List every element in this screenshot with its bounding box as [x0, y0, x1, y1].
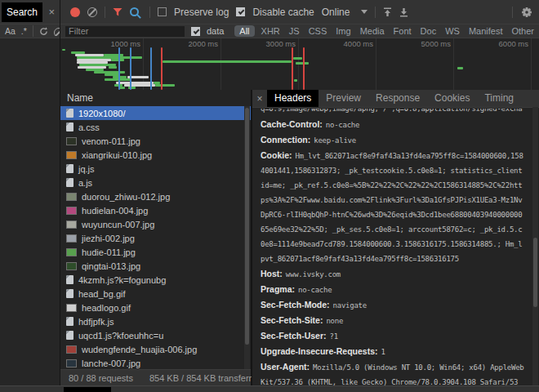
search-sidebar: Search × Aa .* — [0, 0, 60, 385]
request-name: lanche-007.jpg — [82, 359, 140, 368]
request-row[interactable]: 4kzmh.js?k=fogunubg — [60, 273, 251, 287]
close-search-icon[interactable]: × — [48, 6, 55, 18]
tab-preview[interactable]: Preview — [318, 90, 368, 107]
preserve-log-checkbox[interactable] — [158, 7, 167, 16]
request-name: jiezhi-002.jpg — [82, 234, 135, 243]
header-value: ?1 — [330, 332, 338, 341]
match-case-button[interactable]: Aa — [5, 26, 16, 36]
export-har-icon[interactable] — [399, 7, 408, 17]
search-icon[interactable] — [130, 7, 139, 16]
request-row[interactable]: xiangrikui-010.jpg — [60, 148, 251, 162]
request-row[interactable]: hudie-011.jpg — [60, 245, 251, 259]
chevron-down-icon — [361, 10, 368, 14]
network-toolbar: Preserve log Disable cache Online — [60, 0, 539, 24]
request-row[interactable]: head_bg.gif — [60, 287, 251, 301]
request-row[interactable]: headlogo.gif — [60, 301, 251, 314]
divider — [149, 7, 150, 18]
clipped-header-line: q=0.9,image/webp,image/apng,*/*;q=0.8,ap… — [261, 109, 526, 117]
list-scrollbar[interactable] — [244, 106, 250, 369]
filter-pill-all[interactable]: All — [234, 25, 254, 37]
header-name: Upgrade-Insecure-Requests: — [261, 346, 378, 356]
divider — [512, 7, 513, 18]
request-row[interactable]: duorou_zhiwu-012.jpg — [60, 189, 251, 203]
request-row[interactable]: qingtai-013.jpg — [60, 259, 251, 273]
throttling-select[interactable]: Online — [322, 7, 368, 18]
drawer-active-tab[interactable] — [64, 387, 111, 392]
request-row[interactable]: a.js — [60, 176, 251, 189]
header-line: Cookie:Hm_lvt_862071acf8e9faf43a13fd4ea7… — [261, 148, 526, 266]
filter-pill-js[interactable]: JS — [289, 26, 300, 36]
tab-cookies[interactable]: Cookies — [427, 90, 477, 107]
filter-pill-ws[interactable]: WS — [445, 26, 460, 36]
request-row[interactable]: 1920x1080/ — [60, 106, 251, 120]
divider — [105, 7, 105, 18]
image-thumb-icon — [66, 234, 77, 243]
header-line: Sec-Fetch-User:?1 — [261, 328, 526, 344]
request-row[interactable]: lanche-007.jpg — [60, 356, 251, 369]
details-tab-bar: × HeadersPreviewResponseCookiesTiming — [252, 90, 539, 108]
header-line: Sec-Fetch-Site:none — [261, 313, 526, 328]
clear-network-log-icon[interactable] — [87, 7, 97, 17]
filter-pill-xhr[interactable]: XHR — [261, 26, 280, 36]
header-name: Cache-Control: — [261, 119, 323, 129]
filter-pill-media[interactable]: Media — [360, 26, 385, 36]
filter-pill-other[interactable]: Other — [511, 26, 534, 36]
request-name: hudielan-004.jpg — [82, 206, 148, 216]
header-name: Host: — [261, 269, 283, 278]
filter-pill-css[interactable]: CSS — [309, 26, 327, 36]
waterfall-bar — [111, 59, 124, 61]
tab-response[interactable]: Response — [368, 90, 427, 107]
requests-count: 80 / 88 requests — [60, 373, 133, 383]
request-rows: 1920x1080/a.cssvenom-011.jpgxiangrikui-0… — [60, 106, 251, 369]
network-overview-waterfall[interactable]: 1000 ms2000 ms3000 ms4000 ms5000 ms6000 … — [60, 38, 539, 91]
tab-headers[interactable]: Headers — [267, 90, 318, 107]
filter-pill-font[interactable]: Font — [394, 26, 412, 36]
filter-pill-manifest[interactable]: Manifest — [469, 26, 503, 36]
filter-pill-img[interactable]: Img — [336, 26, 350, 36]
disable-cache-checkbox[interactable] — [236, 7, 245, 16]
list-scrollbar-thumb[interactable] — [245, 108, 249, 345]
request-name: hdfjpfk.js — [78, 317, 114, 327]
hide-data-urls-checkbox[interactable] — [191, 27, 200, 36]
name-column-header[interactable]: Name — [60, 90, 251, 107]
file-icon — [66, 289, 74, 298]
regex-button[interactable]: .* — [21, 26, 27, 36]
details-scrollbar[interactable] — [532, 107, 538, 385]
waterfall-bar — [457, 67, 463, 69]
request-row[interactable]: a.css — [60, 120, 251, 134]
request-row[interactable]: hdfjpfk.js — [60, 314, 251, 328]
timeline-gridline — [220, 38, 221, 90]
tab-timing[interactable]: Timing — [477, 90, 521, 107]
header-value: no-cache — [298, 286, 332, 294]
search-panel-tab[interactable]: Search — [2, 2, 42, 22]
request-name: qingtai-013.jpg — [82, 261, 140, 271]
image-thumb-icon — [66, 137, 77, 145]
event-marker-line — [118, 47, 120, 90]
image-thumb-icon — [66, 220, 77, 229]
clear-search-icon[interactable] — [54, 26, 60, 36]
import-har-icon[interactable] — [383, 7, 392, 17]
image-thumb-icon — [66, 359, 77, 368]
request-row[interactable]: hudielan-004.jpg — [60, 203, 251, 217]
request-row[interactable]: jiezhi-002.jpg — [60, 231, 251, 245]
waterfall-bar — [293, 57, 302, 60]
settings-gear-icon[interactable] — [521, 7, 532, 18]
close-details-icon[interactable]: × — [252, 93, 267, 105]
filter-icon[interactable] — [113, 7, 122, 17]
details-scrollbar-thumb[interactable] — [533, 238, 537, 307]
header-line: Pragma:no-cache — [261, 282, 526, 297]
request-row[interactable]: wuyuncun-007.jpg — [60, 217, 251, 231]
request-row[interactable]: wudengfende_huajia-006.jpg — [60, 342, 251, 356]
image-thumb-icon — [66, 151, 77, 159]
filter-input[interactable] — [65, 26, 185, 37]
refresh-icon[interactable] — [39, 27, 48, 36]
timeline-label: 2000 ms — [176, 39, 218, 48]
request-row[interactable]: venom-011.jpg — [60, 134, 251, 148]
header-name: Sec-Fetch-Site: — [261, 315, 323, 325]
request-row[interactable]: uqcd1.js?kfoeuhhc=u — [60, 328, 251, 342]
header-line: Host:www.ivsky.com — [261, 266, 526, 282]
filter-pill-doc[interactable]: Doc — [421, 26, 437, 36]
record-network-log-icon[interactable] — [70, 7, 80, 17]
request-name: hudie-011.jpg — [82, 247, 136, 257]
request-row[interactable]: jq.js — [60, 162, 251, 176]
